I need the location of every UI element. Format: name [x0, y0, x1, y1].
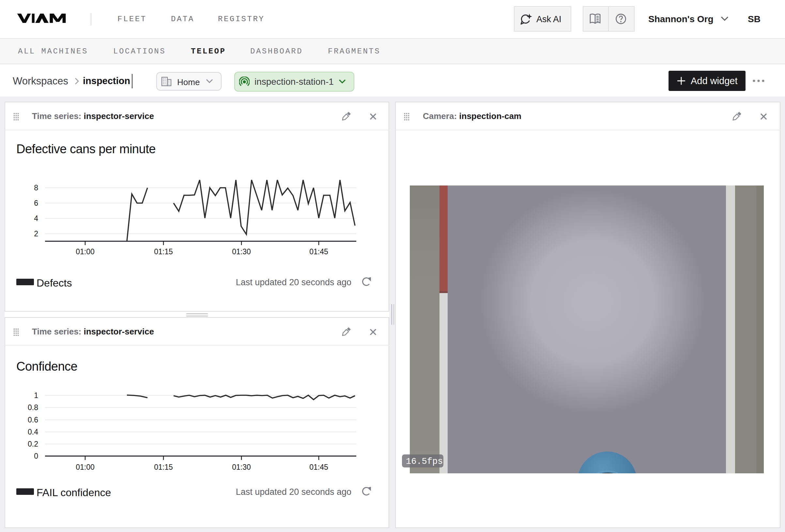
svg-text:6: 6 [34, 199, 38, 207]
svg-text:01:15: 01:15 [154, 247, 173, 256]
svg-text:01:15: 01:15 [154, 463, 173, 471]
svg-text:01:30: 01:30 [232, 247, 251, 256]
svg-text:01:45: 01:45 [309, 247, 328, 256]
svg-text:4: 4 [34, 214, 38, 223]
svg-text:0.4: 0.4 [28, 428, 38, 436]
svg-text:0.6: 0.6 [28, 416, 38, 424]
svg-text:01:30: 01:30 [232, 463, 251, 471]
svg-text:01:45: 01:45 [309, 463, 328, 471]
svg-text:8: 8 [34, 184, 38, 192]
svg-text:Last updated 20 seconds ago: Last updated 20 seconds ago [236, 487, 351, 497]
svg-text:0.2: 0.2 [28, 440, 38, 448]
svg-text:2: 2 [34, 230, 38, 238]
svg-text:01:00: 01:00 [76, 463, 95, 471]
svg-text:0: 0 [34, 452, 38, 460]
svg-text:Defects: Defects [36, 277, 72, 289]
svg-text:FAIL confidence: FAIL confidence [36, 487, 111, 499]
svg-text:1: 1 [34, 391, 38, 400]
svg-text:01:00: 01:00 [76, 247, 95, 256]
svg-text:Last updated 20 seconds ago: Last updated 20 seconds ago [236, 277, 351, 287]
svg-text:0.8: 0.8 [28, 403, 38, 412]
